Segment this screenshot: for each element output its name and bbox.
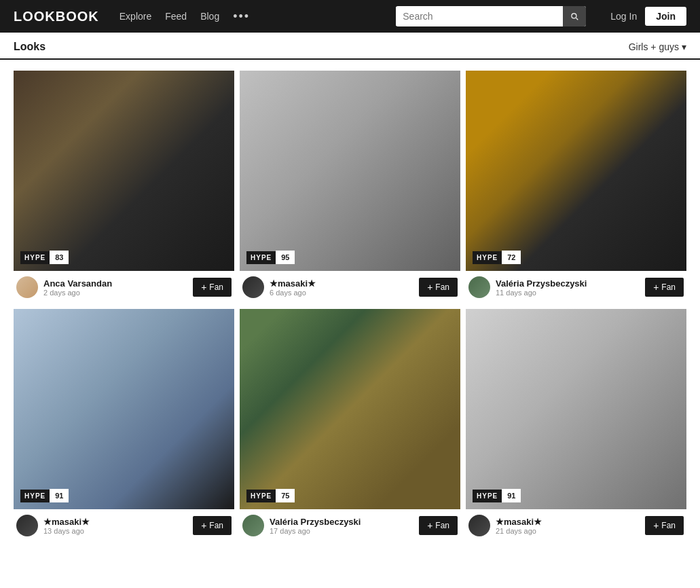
nav: Explore Feed Blog ••• [119,10,250,24]
hype-label: HYPE [473,251,502,264]
list-item: HYPE 95 ★masaki★ 6 days ago + Fan [240,71,460,304]
look-image[interactable]: HYPE 91 [14,309,234,509]
fan-label: Fan [209,521,223,530]
fan-button[interactable]: + Fan [419,516,458,535]
card-footer: ★masaki★ 13 days ago + Fan [14,509,234,542]
look-image[interactable]: HYPE 95 [240,71,460,271]
username[interactable]: ★masaki★ [270,278,316,289]
search-icon [570,12,579,21]
time-ago: 11 days ago [496,289,587,297]
nav-more[interactable]: ••• [233,10,250,24]
header: LOOKBOOK Explore Feed Blog ••• Log In Jo… [0,0,700,33]
plus-icon: + [201,282,206,293]
look-image[interactable]: HYPE 75 [240,309,460,509]
looks-grid: HYPE 83 Anca Varsandan 2 days ago + Fan … [0,60,700,547]
username[interactable]: ★masaki★ [43,517,90,527]
username[interactable]: Valéria Przysbeczyski [496,278,587,289]
user-info: Valéria Przysbeczyski 11 days ago [468,276,587,298]
join-button[interactable]: Join [645,7,686,26]
user-info: Anca Varsandan 2 days ago [16,276,112,298]
look-image[interactable]: HYPE 83 [14,71,234,271]
fan-button[interactable]: + Fan [645,278,684,297]
filter-button[interactable]: Girls + guys ▾ [629,41,686,52]
avatar[interactable] [16,515,38,536]
auth-buttons: Log In Join [610,7,686,26]
avatar[interactable] [242,515,264,536]
subheader: Looks Girls + guys ▾ [0,33,700,60]
user-details: ★masaki★ 21 days ago [496,517,542,535]
chevron-down-icon: ▾ [682,41,686,52]
list-item: HYPE 72 Valéria Przysbeczyski 11 days ag… [466,71,686,304]
fan-button[interactable]: + Fan [645,516,684,535]
time-ago: 2 days ago [43,289,112,297]
user-details: Valéria Przysbeczyski 11 days ago [496,278,587,297]
fan-button[interactable]: + Fan [193,278,232,297]
list-item: HYPE 91 ★masaki★ 21 days ago + Fan [466,309,686,542]
hype-label: HYPE [246,251,276,264]
card-footer: Anca Varsandan 2 days ago + Fan [14,271,234,304]
search-input[interactable] [396,7,563,26]
plus-icon: + [427,520,432,531]
time-ago: 6 days ago [270,289,316,297]
avatar[interactable] [242,276,264,298]
look-image[interactable]: HYPE 91 [466,309,686,509]
hype-label: HYPE [246,490,276,502]
fan-label: Fan [435,521,449,530]
nav-blog[interactable]: Blog [200,11,219,22]
user-details: Anca Varsandan 2 days ago [43,278,112,297]
hype-count: 75 [276,489,295,502]
user-info: Valéria Przysbeczyski 17 days ago [242,515,361,536]
time-ago: 17 days ago [270,527,361,535]
login-button[interactable]: Log In [610,11,637,22]
hype-label: HYPE [20,251,50,264]
time-ago: 21 days ago [496,527,542,535]
plus-icon: + [201,520,206,531]
list-item: HYPE 91 ★masaki★ 13 days ago + Fan [14,309,234,542]
avatar[interactable] [468,515,490,536]
user-details: ★masaki★ 13 days ago [43,517,90,535]
hype-badge: HYPE 95 [246,251,295,264]
list-item: HYPE 75 Valéria Przysbeczyski 17 days ag… [240,309,460,542]
user-details: Valéria Przysbeczyski 17 days ago [270,517,361,535]
look-image[interactable]: HYPE 72 [466,71,686,271]
hype-badge: HYPE 72 [473,251,521,264]
avatar[interactable] [16,276,38,298]
card-footer: ★masaki★ 6 days ago + Fan [240,271,460,304]
nav-feed[interactable]: Feed [165,11,187,22]
hype-count: 95 [276,251,295,264]
plus-icon: + [427,282,432,293]
plus-icon: + [653,520,659,531]
username[interactable]: Anca Varsandan [43,278,112,289]
logo: LOOKBOOK [14,9,99,24]
list-item: HYPE 83 Anca Varsandan 2 days ago + Fan [14,71,234,304]
nav-explore[interactable]: Explore [119,11,151,22]
hype-badge: HYPE 91 [20,489,69,502]
search-button[interactable] [563,6,586,26]
hype-count: 83 [50,251,69,264]
plus-icon: + [653,282,659,293]
fan-button[interactable]: + Fan [193,516,232,535]
user-info: ★masaki★ 21 days ago [468,515,542,536]
card-footer: ★masaki★ 21 days ago + Fan [466,509,686,542]
hype-badge: HYPE 75 [246,489,295,502]
hype-badge: HYPE 83 [20,251,69,264]
user-info: ★masaki★ 13 days ago [16,515,90,536]
hype-label: HYPE [473,490,502,502]
hype-count: 72 [502,251,521,264]
page-title: Looks [14,41,45,53]
hype-badge: HYPE 91 [473,489,521,502]
user-details: ★masaki★ 6 days ago [270,278,316,297]
username[interactable]: Valéria Przysbeczyski [270,517,361,527]
card-footer: Valéria Przysbeczyski 17 days ago + Fan [240,509,460,542]
fan-label: Fan [435,282,449,292]
hype-count: 91 [502,489,521,502]
search-box [396,6,586,26]
fan-button[interactable]: + Fan [419,278,458,297]
avatar[interactable] [468,276,490,298]
hype-count: 91 [50,489,69,502]
fan-label: Fan [661,282,676,292]
card-footer: Valéria Przysbeczyski 11 days ago + Fan [466,271,686,304]
fan-label: Fan [209,282,223,292]
hype-label: HYPE [20,490,50,502]
username[interactable]: ★masaki★ [496,517,542,527]
